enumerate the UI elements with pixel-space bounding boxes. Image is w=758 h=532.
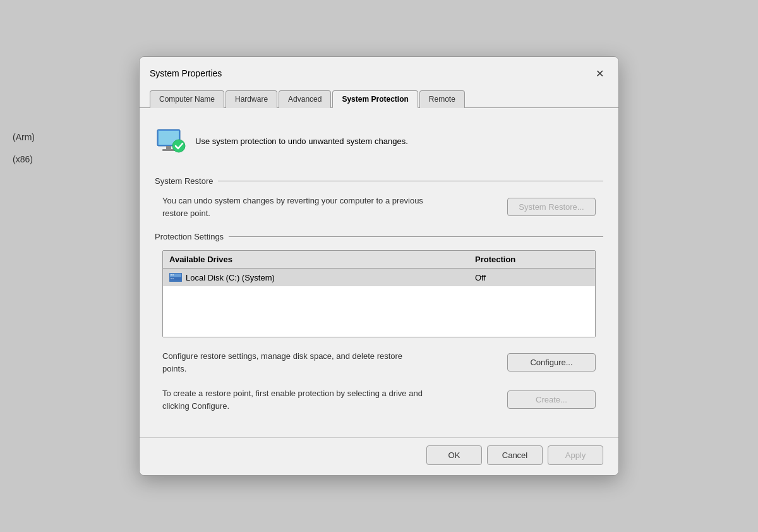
x86-label: (x86) — [13, 148, 35, 171]
ok-button[interactable]: OK — [426, 445, 482, 465]
configure-button[interactable]: Configure... — [507, 353, 596, 372]
system-restore-description: You can undo system changes by reverting… — [162, 195, 428, 219]
table-row[interactable]: Local Disk (C:) (System) Off — [163, 269, 595, 286]
drives-table: Available Drives Protection — [162, 250, 596, 337]
system-restore-body: You can undo system changes by reverting… — [155, 195, 603, 219]
drive-icon — [169, 272, 182, 282]
protection-settings-title: Protection Settings — [155, 232, 224, 241]
tab-remote[interactable]: Remote — [419, 90, 465, 108]
configure-description: Configure restore settings, manage disk … — [162, 350, 428, 375]
protection-settings-body: Available Drives Protection — [155, 250, 603, 412]
protection-settings-header: Protection Settings — [155, 232, 603, 241]
title-bar: System Properties ✕ — [140, 57, 618, 82]
tab-advanced[interactable]: Advanced — [279, 90, 331, 108]
system-restore-button[interactable]: System Restore... — [507, 198, 596, 216]
system-restore-header: System Restore — [155, 176, 603, 186]
dialog-footer: OK Cancel Apply — [140, 437, 618, 475]
drives-table-header: Available Drives Protection — [163, 251, 595, 269]
svg-point-4 — [172, 140, 185, 152]
drive-name: Local Disk (C:) (System) — [186, 273, 275, 282]
col-protection-header: Protection — [469, 251, 595, 268]
header-description: Use system protection to undo unwanted s… — [195, 136, 408, 146]
tab-bar: Computer Name Hardware Advanced System P… — [140, 85, 618, 108]
cancel-button[interactable]: Cancel — [487, 445, 543, 465]
system-restore-section: System Restore You can undo system chang… — [155, 176, 603, 219]
section-divider — [218, 181, 603, 181]
svg-rect-10 — [171, 278, 172, 279]
create-row: To create a restore point, first enable … — [162, 387, 596, 412]
tab-content: Use system protection to undo unwanted s… — [140, 108, 618, 437]
computer-icon — [155, 126, 185, 156]
create-description: To create a restore point, first enable … — [162, 387, 428, 412]
drive-protection-cell: Off — [469, 269, 595, 286]
svg-rect-11 — [172, 278, 174, 279]
section-divider-2 — [229, 236, 603, 237]
header-section: Use system protection to undo unwanted s… — [155, 121, 603, 161]
system-restore-row: You can undo system changes by reverting… — [162, 195, 596, 219]
svg-rect-9 — [172, 274, 174, 275]
system-restore-title: System Restore — [155, 176, 213, 186]
drive-name-cell: Local Disk (C:) (System) — [163, 269, 469, 286]
protection-settings-section: Protection Settings Available Drives Pro… — [155, 232, 603, 412]
col-drives-header: Available Drives — [163, 251, 469, 268]
create-button[interactable]: Create... — [507, 390, 596, 409]
sidebar-labels: (Arm) (x86) — [13, 126, 35, 171]
apply-button[interactable]: Apply — [548, 445, 603, 465]
dialog-title: System Properties — [150, 68, 222, 78]
system-properties-dialog: System Properties ✕ Computer Name Hardwa… — [139, 56, 619, 476]
tab-hardware[interactable]: Hardware — [226, 90, 277, 108]
arm-label: (Arm) — [13, 126, 35, 148]
drives-empty-area — [163, 286, 595, 337]
tab-computer-name[interactable]: Computer Name — [150, 90, 224, 108]
tab-system-protection[interactable]: System Protection — [332, 90, 418, 108]
svg-rect-8 — [171, 274, 172, 275]
close-button[interactable]: ✕ — [591, 64, 608, 82]
svg-rect-3 — [162, 149, 175, 151]
configure-row: Configure restore settings, manage disk … — [162, 350, 596, 375]
